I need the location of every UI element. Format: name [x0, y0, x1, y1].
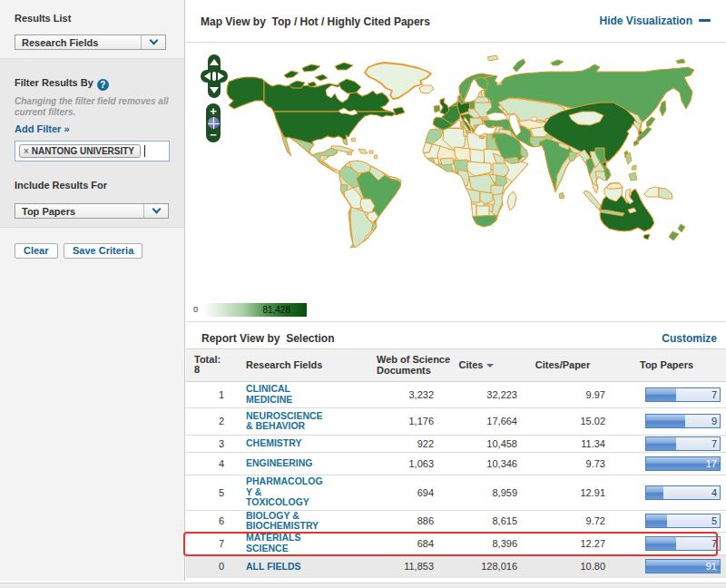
top-papers-value: 91: [706, 561, 717, 572]
results-list-label: Results List: [15, 13, 170, 24]
column-header-wos-documents[interactable]: Web of Science Documents: [377, 349, 449, 381]
map-zoom-control[interactable]: + −: [206, 103, 221, 142]
report-view-title: Report View by Selection: [201, 332, 334, 345]
wos-documents-value: 1,063: [377, 452, 449, 475]
main-content: Map View by Top / Hot / Highly Cited Pap…: [186, 0, 726, 588]
bar-fill: [646, 437, 676, 450]
include-results-value: Top Papers: [15, 206, 75, 217]
total-value: 8: [194, 364, 200, 375]
zoom-in-button[interactable]: +: [210, 107, 217, 115]
chevron-down-icon: [149, 36, 158, 45]
row-rank: 2: [186, 407, 231, 435]
research-field-link[interactable]: BIOLOGY & BIOCHEMISTRY: [246, 511, 319, 532]
hide-visualization-link[interactable]: Hide Visualization: [600, 15, 711, 27]
legend-gradient-bar: 81,428: [201, 303, 307, 317]
total-label: Total:: [194, 354, 221, 365]
research-field-link[interactable]: NEUROSCIENCE & BEHAVIOR: [246, 411, 323, 432]
filter-input[interactable]: ×NANTONG UNIVERSITY: [15, 141, 170, 162]
column-header-research-fields[interactable]: Research Fields: [231, 349, 377, 381]
wos-documents-value: 922: [377, 435, 449, 452]
research-field-link[interactable]: MATERIALS SCIENCE: [246, 533, 300, 554]
results-list-select[interactable]: Research Fields: [15, 34, 166, 50]
remove-tag-icon[interactable]: ×: [24, 146, 29, 156]
cites-value: 10,458: [449, 435, 533, 452]
cites-value: 32,223: [449, 381, 533, 407]
research-field-link[interactable]: PHARMACOLOG Y & TOXICOLOGY: [246, 476, 323, 508]
column-header-cites[interactable]: Cites: [449, 349, 533, 381]
cites-value: 8,396: [449, 532, 533, 554]
top-papers-bar: 17: [645, 456, 721, 471]
wos-documents-value: 886: [377, 510, 449, 532]
minus-icon: [699, 19, 711, 22]
cites-per-paper-value: 9.97: [533, 381, 621, 407]
clear-button[interactable]: Clear: [15, 243, 58, 259]
help-icon[interactable]: ?: [97, 79, 109, 91]
map-pan-control[interactable]: [201, 54, 228, 98]
bar-fill: [646, 514, 667, 527]
top-papers-value: 7: [711, 438, 717, 449]
zoom-out-button[interactable]: −: [210, 131, 217, 139]
top-papers-value: 9: [711, 416, 717, 426]
column-header-cites-per-paper[interactable]: Cites/Paper: [533, 349, 621, 381]
report-header: Report View by Selection Customize: [186, 322, 726, 349]
bar-fill: [646, 388, 676, 401]
top-papers-value: 17: [706, 458, 717, 469]
top-papers-bar: 7: [645, 436, 721, 451]
save-criteria-button[interactable]: Save Criteria: [64, 243, 142, 259]
cites-per-paper-value: 9.72: [533, 510, 621, 532]
top-papers-bar: 5: [645, 514, 721, 528]
results-list-section: Results List Research Fields: [0, 0, 184, 58]
cites-value: 8,959: [449, 475, 533, 510]
customize-link[interactable]: Customize: [662, 332, 717, 345]
row-rank: 0: [186, 554, 231, 578]
filter-tag[interactable]: ×NANTONG UNIVERSITY: [19, 144, 141, 158]
results-list-select-button[interactable]: [141, 35, 165, 49]
add-filter-link[interactable]: Add Filter »: [15, 123, 70, 134]
table-row: 1 CLINICAL MEDICINE 3,232 32,223 9.97 7: [186, 381, 726, 407]
wos-documents-value: 684: [377, 532, 449, 554]
wos-documents-value: 11,853: [377, 554, 449, 578]
total-header: Total:8: [186, 349, 231, 381]
sidebar: Results List Research Fields Filter Resu…: [0, 0, 185, 581]
top-papers-value: 7: [711, 538, 717, 549]
map-legend: 0 81,428: [201, 303, 307, 317]
choropleth-map[interactable]: [186, 43, 726, 322]
include-results-select-button[interactable]: [143, 204, 168, 218]
research-field-link[interactable]: ALL FIELDS: [246, 562, 300, 573]
results-list-value: Research Fields: [15, 37, 98, 48]
table-row: 5 PHARMACOLOG Y & TOXICOLOGY 694 8,959 1…: [186, 475, 726, 510]
table-row: 6 BIOLOGY & BIOCHEMISTRY 886 8,615 9.72 …: [186, 510, 726, 532]
research-field-link[interactable]: CHEMISTRY: [246, 438, 301, 449]
top-papers-bar: 4: [645, 485, 721, 500]
legend-min-label: 0: [193, 305, 198, 314]
cites-value: 8,615: [449, 510, 533, 532]
cites-per-paper-value: 11.34: [533, 435, 621, 452]
world-map: + − 0 81,428: [186, 43, 726, 322]
bar-fill: [646, 415, 685, 427]
table-header-row: Total:8 Research Fields Web of Science D…: [186, 349, 726, 381]
page: Results List Research Fields Filter Resu…: [0, 0, 726, 588]
top-papers-value: 4: [711, 487, 717, 498]
row-rank: 5: [186, 475, 231, 510]
column-header-top-papers[interactable]: Top Papers: [621, 349, 726, 381]
bar-fill: [646, 537, 676, 550]
report-table: Total:8 Research Fields Web of Science D…: [186, 349, 726, 578]
include-results-label: Include Results For: [15, 180, 170, 191]
cites-per-paper-value: 15.02: [533, 407, 621, 435]
include-results-select[interactable]: Top Papers: [15, 203, 169, 219]
filter-note: Changing the filter field removes all cu…: [15, 96, 171, 117]
hide-visualization-label: Hide Visualization: [600, 15, 692, 27]
row-rank: 6: [186, 510, 231, 532]
cites-per-paper-value: 12.91: [533, 475, 621, 510]
cites-per-paper-value: 10.80: [533, 554, 621, 578]
cites-sort-label[interactable]: Cites: [459, 359, 484, 370]
map-view-title: Map View by Top / Hot / Highly Cited Pap…: [201, 15, 430, 28]
research-field-link[interactable]: CLINICAL MEDICINE: [246, 384, 292, 405]
pan-center-icon[interactable]: [212, 72, 216, 81]
footer-strip: [0, 583, 726, 588]
cites-value: 17,664: [449, 407, 533, 435]
research-field-link[interactable]: ENGINEERING: [246, 458, 313, 469]
globe-icon[interactable]: [208, 117, 220, 129]
top-papers-value: 7: [711, 389, 717, 400]
map-header: Map View by Top / Hot / Highly Cited Pap…: [186, 0, 726, 43]
